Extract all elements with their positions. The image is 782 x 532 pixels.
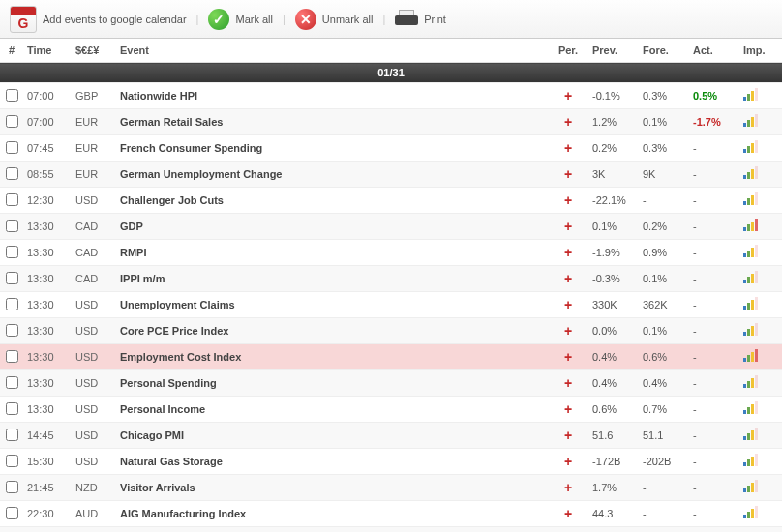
unmark-all-link[interactable]: Unmark all bbox=[322, 14, 374, 25]
row-checkbox[interactable] bbox=[6, 272, 18, 284]
expand-icon[interactable]: + bbox=[564, 114, 572, 130]
mark-all-link[interactable]: Mark all bbox=[235, 14, 273, 25]
cell-prev: 0.6% bbox=[588, 397, 639, 423]
expand-icon[interactable]: + bbox=[564, 401, 572, 417]
cell-time: 13:30 bbox=[23, 370, 72, 397]
expand-icon[interactable]: + bbox=[564, 323, 572, 339]
cell-per: + bbox=[548, 188, 588, 214]
cell-fore: 362K bbox=[639, 292, 689, 318]
cell-per: + bbox=[548, 318, 588, 344]
cell-event: Employment Cost Index bbox=[116, 344, 548, 370]
expand-icon[interactable]: + bbox=[564, 375, 572, 391]
cell-currency: GBP bbox=[72, 83, 116, 109]
row-checkbox[interactable] bbox=[6, 481, 18, 493]
cell-time: 12:30 bbox=[23, 188, 72, 214]
expand-icon[interactable]: + bbox=[564, 140, 572, 156]
cell-act: - bbox=[689, 370, 739, 397]
events-table: # Time $€£¥ Event Per. Prev. Fore. Act. … bbox=[0, 39, 782, 532]
cell-currency: USD bbox=[72, 449, 116, 475]
row-checkbox[interactable] bbox=[6, 455, 18, 467]
row-checkbox[interactable] bbox=[6, 167, 18, 180]
table-row: 13:30USDCore PCE Price Index+0.0%0.1%- bbox=[0, 318, 782, 344]
row-checkbox[interactable] bbox=[6, 89, 18, 102]
cell-imp bbox=[739, 109, 782, 135]
row-checkbox[interactable] bbox=[6, 402, 18, 415]
cell-time: 13:30 bbox=[23, 214, 72, 240]
row-checkbox[interactable] bbox=[6, 350, 18, 363]
row-checkbox[interactable] bbox=[6, 115, 18, 128]
row-checkbox[interactable] bbox=[6, 298, 18, 310]
row-checkbox[interactable] bbox=[6, 141, 18, 154]
table-row: 14:45USDChicago PMI+51.651.1- bbox=[0, 423, 782, 449]
expand-icon[interactable]: + bbox=[564, 480, 572, 495]
expand-icon[interactable]: + bbox=[564, 349, 572, 365]
expand-icon[interactable]: + bbox=[564, 192, 572, 208]
cell-per: + bbox=[548, 527, 588, 533]
cell-event: Chicago PMI bbox=[116, 423, 548, 449]
impact-bars-icon bbox=[743, 324, 758, 336]
cell-currency: EUR bbox=[72, 135, 116, 162]
row-checkbox[interactable] bbox=[6, 507, 18, 519]
cell-time: 13:30 bbox=[23, 266, 72, 292]
impact-bars-icon bbox=[743, 220, 758, 231]
add-to-google-calendar-link[interactable]: Add events to google calendar bbox=[43, 14, 187, 25]
cell-fore: 0.6% bbox=[639, 344, 689, 370]
header-per: Per. bbox=[548, 39, 588, 63]
expand-icon[interactable]: + bbox=[564, 271, 572, 286]
header-prev: Prev. bbox=[588, 39, 639, 63]
cell-prev: 0.2% bbox=[588, 527, 639, 533]
cell-prev: -172B bbox=[588, 449, 639, 475]
cell-act: - bbox=[689, 449, 739, 475]
x-icon[interactable]: ✕ bbox=[295, 9, 316, 30]
cell-fore: 0.1% bbox=[639, 266, 689, 292]
header-num: # bbox=[0, 39, 23, 63]
row-checkbox[interactable] bbox=[6, 246, 18, 258]
cell-imp bbox=[739, 83, 782, 109]
table-row: 12:30USDChallenger Job Cuts+-22.1%-- bbox=[0, 188, 782, 214]
expand-icon[interactable]: + bbox=[564, 245, 572, 260]
cell-event: RMPI bbox=[116, 240, 548, 266]
header-time: Time bbox=[23, 39, 72, 63]
cell-act: -1.7% bbox=[689, 109, 739, 135]
impact-bars-icon bbox=[743, 193, 758, 205]
expand-icon[interactable]: + bbox=[564, 166, 572, 182]
row-checkbox[interactable] bbox=[6, 193, 18, 206]
cell-prev: 1.2% bbox=[588, 109, 639, 135]
table-row: 23:30JPYHousehold Spending+0.2%-0.1%- bbox=[0, 527, 782, 533]
cell-event: Visitor Arrivals bbox=[116, 475, 548, 501]
expand-icon[interactable]: + bbox=[564, 428, 572, 443]
cell-time: 13:30 bbox=[23, 240, 72, 266]
cell-imp bbox=[739, 370, 782, 397]
cell-currency: USD bbox=[72, 292, 116, 318]
impact-bars-icon bbox=[743, 429, 758, 440]
cell-imp bbox=[739, 292, 782, 318]
print-link[interactable]: Print bbox=[424, 14, 446, 25]
cell-currency: AUD bbox=[72, 501, 116, 527]
cell-currency: CAD bbox=[72, 214, 116, 240]
expand-icon[interactable]: + bbox=[564, 297, 572, 312]
impact-bars-icon bbox=[743, 402, 758, 414]
cell-time: 22:30 bbox=[23, 501, 72, 527]
printer-icon[interactable] bbox=[395, 10, 418, 29]
row-checkbox[interactable] bbox=[6, 429, 18, 441]
expand-icon[interactable]: + bbox=[564, 506, 572, 521]
impact-bars-icon bbox=[743, 272, 758, 283]
row-checkbox[interactable] bbox=[6, 376, 18, 389]
cell-event: Challenger Job Cuts bbox=[116, 188, 548, 214]
expand-icon[interactable]: + bbox=[564, 219, 572, 234]
cell-act: 0.5% bbox=[689, 83, 739, 109]
check-icon[interactable]: ✓ bbox=[208, 9, 229, 30]
cell-per: + bbox=[548, 449, 588, 475]
google-calendar-icon[interactable] bbox=[10, 6, 37, 33]
cell-per: + bbox=[548, 214, 588, 240]
row-checkbox[interactable] bbox=[6, 324, 18, 337]
cell-prev: -1.9% bbox=[588, 240, 639, 266]
row-checkbox[interactable] bbox=[6, 220, 18, 232]
cell-fore: -202B bbox=[639, 449, 689, 475]
expand-icon[interactable]: + bbox=[564, 88, 572, 103]
cell-imp bbox=[739, 475, 782, 501]
expand-icon[interactable]: + bbox=[564, 454, 572, 469]
cell-fore: 0.3% bbox=[639, 83, 689, 109]
impact-bars-icon bbox=[743, 141, 758, 153]
cell-imp bbox=[739, 135, 782, 162]
